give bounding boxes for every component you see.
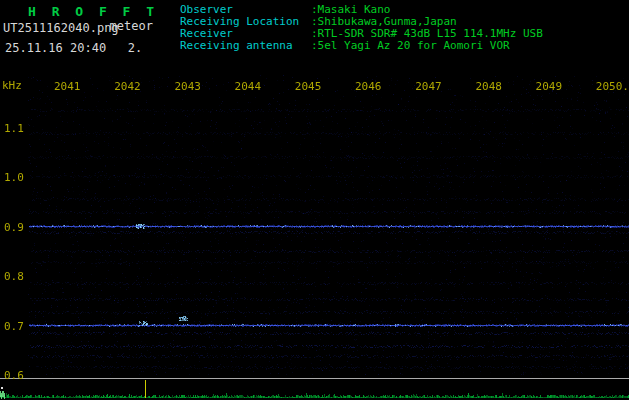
metadata-row: Receiving antenna:5el Yagi Az 20 for Aom… — [180, 40, 543, 52]
spectrogram-canvas — [0, 75, 629, 378]
x-tick-label: 2043 — [174, 80, 201, 93]
file-line: UT2511162040.pngmeteor — [3, 21, 153, 35]
y-tick-label: 0.7 — [4, 320, 24, 333]
x-tick-label: 2048 — [475, 80, 502, 93]
y-tick-label: 1.1 — [4, 122, 24, 135]
filename: UT2511162040.png — [3, 21, 119, 35]
x-tick-label: 2047 — [415, 80, 442, 93]
metadata-value: :5el Yagi Az 20 for Aomori VOR — [311, 39, 510, 52]
x-tick-label: 2050. — [596, 80, 629, 93]
x-tick-label: 2046 — [355, 80, 382, 93]
metadata-label: Receiving antenna — [180, 40, 311, 52]
app-title: H R O F F T — [28, 4, 158, 19]
y-tick-label: 0.6 — [4, 369, 24, 382]
x-tick-label: 2045 — [295, 80, 322, 93]
x-tick-label: 2042 — [114, 80, 141, 93]
hrofft-screen: H R O F F T UT2511162040.pngmeteor 25.11… — [0, 0, 629, 400]
y-tick-label: 1.0 — [4, 171, 24, 184]
x-tick-label: 2044 — [235, 80, 262, 93]
x-tick-label: 2041 — [54, 80, 81, 93]
y-tick-label: 0.9 — [4, 221, 24, 234]
y-axis-unit-label: kHz — [2, 79, 22, 92]
x-tick-label: 2049 — [536, 80, 563, 93]
metadata: Observer:Masaki KanoReceiving Location:S… — [180, 4, 543, 52]
signal-strip-canvas — [0, 378, 629, 400]
datetime-text: 25.11.16 20:40 2. — [5, 41, 142, 55]
observation-label: meteor — [110, 19, 153, 33]
y-tick-label: 0.8 — [4, 270, 24, 283]
